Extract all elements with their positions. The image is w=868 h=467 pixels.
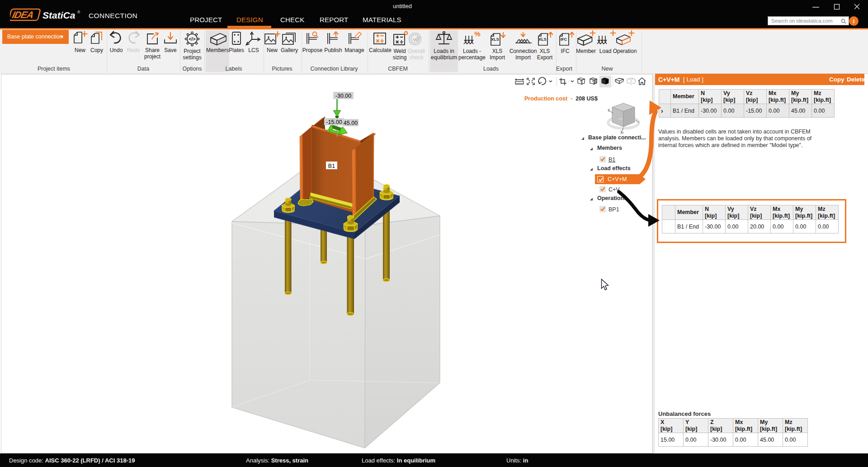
svg-text:IFC: IFC [561,37,567,42]
svg-text:XLS: XLS [491,37,499,42]
svg-text:CONNECTION: CONNECTION [89,12,137,19]
svg-text:IDEA: IDEA [11,10,34,20]
svg-text:%: % [474,30,480,38]
svg-text:StatiCa: StatiCa [42,10,75,20]
svg-text:XLS: XLS [538,37,547,42]
svg-text:®: ® [77,10,80,14]
svg-text:</>: </> [189,36,195,42]
